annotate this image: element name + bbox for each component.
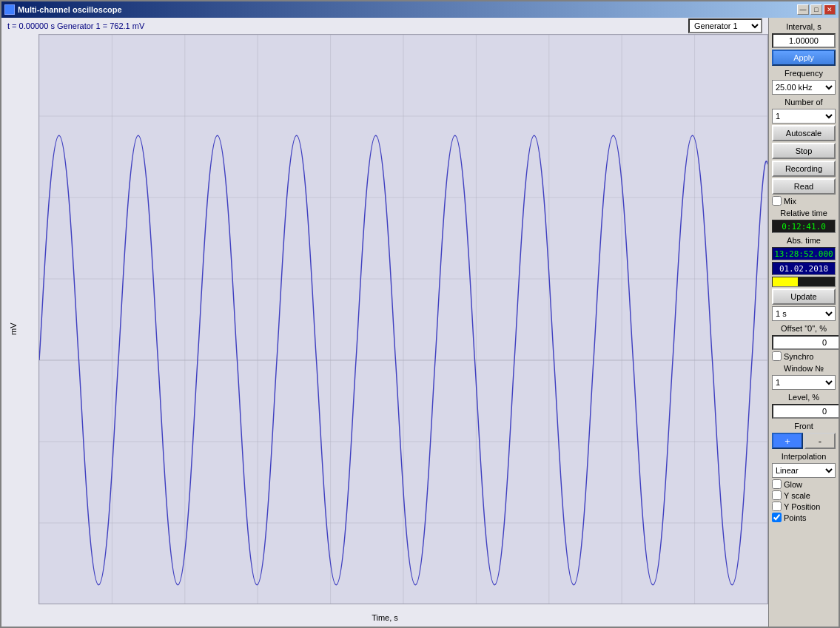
offset-input[interactable] xyxy=(772,335,839,350)
autoscale-button[interactable]: Autoscale xyxy=(772,125,836,141)
interval-label: Interval, s xyxy=(772,22,836,31)
relative-time-display: 0:12:41.0 xyxy=(772,220,836,233)
number-of-label: Number of xyxy=(772,98,836,107)
number-of-select[interactable]: 1 xyxy=(772,109,836,124)
frequency-dropdown[interactable]: 25.00 kHz xyxy=(772,80,836,95)
relative-time-label: Relative time xyxy=(772,209,836,217)
points-row: Points xyxy=(772,513,836,522)
points-label: Points xyxy=(784,513,807,522)
number-of-dropdown[interactable]: 1 xyxy=(772,109,836,124)
date-display: 01.02.2018 xyxy=(772,262,836,275)
front-minus-button[interactable]: - xyxy=(804,433,836,449)
chart-header: t = 0.00000 s Generator 1 = 762.1 mV Gen… xyxy=(1,18,768,34)
update-dropdown[interactable]: 1 s xyxy=(772,306,836,321)
glow-label: Glow xyxy=(784,480,802,489)
main-window: Multi-channel oscilloscope — □ ✕ t = 0.0… xyxy=(0,0,840,628)
sidebar: Interval, s Apply Frequency 25.00 kHz Nu… xyxy=(768,18,839,627)
y-axis-label: mV xyxy=(9,323,18,335)
generator-select[interactable]: Generator 1 xyxy=(688,18,762,33)
interpolation-select[interactable]: Linear xyxy=(772,463,836,478)
window-title: Multi-channel oscilloscope xyxy=(18,5,122,14)
mix-checkbox[interactable] xyxy=(772,196,782,206)
frequency-label: Frequency xyxy=(772,69,836,78)
y-position-row: Y Position xyxy=(772,502,836,511)
y-scale-checkbox[interactable] xyxy=(772,490,782,500)
minimize-button[interactable]: — xyxy=(797,4,809,15)
maximize-button[interactable]: □ xyxy=(810,4,822,15)
y-scale-row: Y scale xyxy=(772,490,836,500)
apply-button[interactable]: Apply xyxy=(772,50,836,66)
update-select[interactable]: 1 s xyxy=(772,306,836,321)
front-plus-button[interactable]: + xyxy=(772,433,803,449)
status-text: t = 0.00000 s Generator 1 = 762.1 mV xyxy=(7,21,144,30)
glow-row: Glow xyxy=(772,479,836,489)
title-bar: Multi-channel oscilloscope — □ ✕ xyxy=(1,1,839,18)
front-label: Front xyxy=(772,422,836,431)
window-no-dropdown[interactable]: 1 xyxy=(772,375,836,390)
y-scale-label: Y scale xyxy=(784,491,810,500)
level-label: Level, % xyxy=(772,393,836,402)
y-position-checkbox[interactable] xyxy=(772,502,782,511)
update-button[interactable]: Update xyxy=(772,288,836,305)
close-button[interactable]: ✕ xyxy=(824,4,836,15)
abs-time-display: 13:28:52.000 xyxy=(772,247,836,260)
oscilloscope-display[interactable]: 1500 1000 500 0 -500 -1000 -1500 0 0.1 xyxy=(38,34,768,604)
interval-input[interactable] xyxy=(772,33,836,48)
synchro-row: Synchro xyxy=(772,351,836,361)
mix-row: Mix xyxy=(772,196,836,206)
synchro-label: Synchro xyxy=(784,352,813,361)
points-checkbox[interactable] xyxy=(772,513,782,522)
recording-button[interactable]: Recording xyxy=(772,161,836,177)
stop-button[interactable]: Stop xyxy=(772,143,836,159)
synchro-checkbox[interactable] xyxy=(772,351,782,361)
mix-label: Mix xyxy=(784,197,796,206)
interpolation-label: Interpolation xyxy=(772,452,836,461)
interpolation-dropdown[interactable]: Linear xyxy=(772,463,836,478)
level-input[interactable] xyxy=(772,404,839,419)
progress-bar xyxy=(772,277,836,287)
offset-spinner: ▲ ▼ xyxy=(772,335,836,350)
glow-checkbox[interactable] xyxy=(772,479,782,489)
chart-container: mV xyxy=(1,34,768,627)
abs-time-label: Abs. time xyxy=(772,236,836,245)
level-spinner: ▲ ▼ xyxy=(772,404,836,419)
waveform-svg: 1500 1000 500 0 -500 -1000 -1500 0 0.1 xyxy=(39,35,767,604)
offset-label: Offset "0", % xyxy=(772,324,836,333)
x-axis-label: Time, s xyxy=(372,613,398,622)
window-no-label: Window № xyxy=(772,364,836,373)
app-icon xyxy=(4,4,15,15)
main-content: t = 0.00000 s Generator 1 = 762.1 mV Gen… xyxy=(1,18,839,627)
window-controls: — □ ✕ xyxy=(797,4,836,15)
window-no-select[interactable]: 1 xyxy=(772,375,836,390)
progress-fill xyxy=(773,277,798,286)
chart-area: t = 0.00000 s Generator 1 = 762.1 mV Gen… xyxy=(1,18,768,627)
frequency-select[interactable]: 25.00 kHz xyxy=(772,80,836,95)
y-position-label: Y Position xyxy=(784,502,820,511)
front-buttons: + - xyxy=(772,433,836,449)
read-button[interactable]: Read xyxy=(772,178,836,195)
generator-selector[interactable]: Generator 1 xyxy=(688,18,762,33)
